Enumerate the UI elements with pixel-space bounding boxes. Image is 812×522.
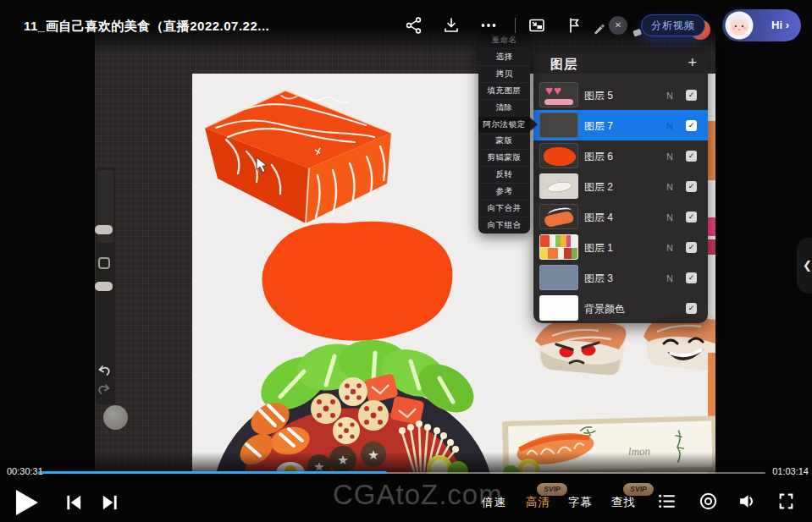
- playlist-icon[interactable]: [657, 492, 677, 514]
- record-icon[interactable]: [699, 492, 718, 514]
- layer-visibility-checkbox[interactable]: ✓: [686, 303, 697, 314]
- blend-mode-button[interactable]: N: [664, 151, 676, 162]
- layer-label: 图层 6: [584, 150, 613, 164]
- blend-mode-button[interactable]: N: [664, 273, 676, 283]
- orange-blob-drawing: [262, 222, 452, 341]
- total-time: 01:03:14: [772, 466, 809, 476]
- previous-icon[interactable]: [64, 492, 84, 516]
- layer-thumbnail[interactable]: [539, 265, 578, 290]
- layer-thumbnail[interactable]: [539, 204, 578, 229]
- blend-mode-button[interactable]: N: [664, 243, 676, 253]
- menu-item-merge-down[interactable]: 向下合并: [478, 200, 530, 217]
- find-button[interactable]: 查找: [611, 495, 636, 510]
- speed-button[interactable]: 倍速: [482, 495, 506, 510]
- play-button[interactable]: [16, 490, 38, 515]
- menu-item-clear[interactable]: 清除: [478, 99, 530, 116]
- blend-mode-button[interactable]: N: [664, 212, 676, 223]
- toolbar-divider: [515, 18, 516, 33]
- layer-visibility-checkbox[interactable]: ✓: [686, 151, 697, 162]
- video-title: 11_画自己喜欢的美食（直播2022.07.22...: [24, 19, 269, 35]
- progress-bar[interactable]: [38, 471, 765, 474]
- layer-visibility-checkbox[interactable]: ✓: [686, 212, 697, 223]
- layer-thumbnail[interactable]: [539, 113, 578, 138]
- layer-row-background[interactable]: 背景颜色 ✓: [533, 293, 708, 323]
- layer-visibility-checkbox[interactable]: ✓: [686, 90, 697, 101]
- modify-button[interactable]: [98, 257, 110, 269]
- blend-mode-button[interactable]: N: [664, 121, 676, 131]
- brush-icon: [593, 22, 606, 39]
- layer-row[interactable]: 图层 6 N ✓: [533, 140, 708, 171]
- svip-badge: SVIP: [623, 483, 654, 496]
- add-layer-button[interactable]: +: [688, 54, 697, 72]
- account-button[interactable]: Hi ›: [722, 9, 801, 41]
- layer-row[interactable]: 图层 2 N ✓: [533, 171, 708, 201]
- more-icon[interactable]: [479, 16, 498, 35]
- layer-label: 图层 3: [584, 272, 613, 286]
- layer-visibility-checkbox[interactable]: ✓: [686, 242, 697, 253]
- layer-thumbnail[interactable]: [539, 295, 578, 321]
- layers-panel: 图层 + 图层 5 N ✓ 图层 7 N ✓ 图层 6 N ✓ 图层 2 N ✓: [533, 48, 708, 323]
- watermark: CGAtoZ.com: [333, 479, 503, 511]
- layer-label: 图层 2: [584, 180, 613, 195]
- current-time: 00:30:31: [7, 466, 43, 476]
- menu-item-invert[interactable]: 反转: [478, 166, 530, 183]
- layer-thumbnail[interactable]: [539, 173, 578, 199]
- layer-label: 图层 5: [584, 89, 613, 103]
- blend-mode-button[interactable]: N: [664, 182, 676, 192]
- layer-label: 背景颜色: [584, 302, 625, 316]
- menu-item-clipping-mask[interactable]: 剪辑蒙版: [478, 149, 530, 166]
- layer-thumbnail[interactable]: [539, 143, 578, 168]
- layer-thumbnail[interactable]: [539, 234, 578, 260]
- layer-visibility-checkbox[interactable]: ✓: [686, 272, 697, 283]
- layers-title: 图层: [550, 57, 577, 73]
- opacity-slider[interactable]: [95, 282, 113, 291]
- blend-mode-button[interactable]: N: [664, 91, 676, 101]
- menu-item-fill-layer[interactable]: 填充图层: [478, 82, 530, 99]
- touch-cursor-dot: [103, 405, 128, 430]
- video-player: ★★★: [0, 0, 812, 522]
- share-icon[interactable]: [405, 16, 423, 35]
- menu-callout-arrow: [530, 118, 538, 131]
- brush-size-slider[interactable]: [95, 225, 113, 234]
- flag-icon[interactable]: [565, 16, 583, 35]
- download-icon[interactable]: [442, 16, 461, 35]
- layer-row-selected[interactable]: 图层 7 N ✓: [533, 110, 708, 140]
- layer-row[interactable]: 图层 4 N ✓: [533, 201, 708, 232]
- layer-context-menu: 重命名 选择 拷贝 填充图层 清除 阿尔法锁定 蒙版 剪辑蒙版 反转 参考 向下…: [478, 32, 530, 234]
- menu-item-combine-down[interactable]: 向下组合: [478, 217, 530, 234]
- menu-item-reference[interactable]: 参考: [478, 183, 530, 200]
- svip-badge: SVIP: [537, 483, 567, 496]
- undo-icon[interactable]: [97, 365, 111, 376]
- fullscreen-icon[interactable]: [776, 492, 796, 514]
- layer-thumbnail[interactable]: [539, 82, 578, 107]
- layer-row[interactable]: 图层 3 N ✓: [533, 262, 708, 293]
- bottom-gradient-overlay: [0, 452, 812, 479]
- progress-played: [38, 471, 387, 474]
- layer-row[interactable]: 图层 1 N ✓: [533, 232, 708, 262]
- close-icon[interactable]: ✕: [609, 16, 627, 35]
- menu-item-copy[interactable]: 拷贝: [478, 65, 530, 82]
- menu-item-alpha-lock[interactable]: 阿尔法锁定: [478, 116, 530, 133]
- layer-label: 图层 4: [584, 211, 613, 225]
- chevron-left-icon[interactable]: ❮: [797, 238, 812, 294]
- layer-row[interactable]: 图层 5 N ✓: [533, 80, 708, 110]
- quality-button[interactable]: 高清: [526, 495, 550, 510]
- layer-visibility-checkbox[interactable]: ✓: [686, 181, 697, 192]
- layer-label: 图层 1: [584, 241, 613, 256]
- layer-label: 图层 7: [584, 119, 613, 134]
- pip-icon[interactable]: [528, 16, 546, 35]
- redo-icon[interactable]: [97, 383, 111, 395]
- layer-visibility-checkbox[interactable]: ✓: [686, 120, 697, 131]
- avatar: [725, 11, 754, 40]
- analyze-video-button[interactable]: 分析视频: [641, 14, 705, 36]
- menu-item-mask[interactable]: 蒙版: [478, 133, 530, 150]
- next-icon[interactable]: [100, 492, 120, 516]
- greeting-label: Hi ›: [771, 19, 789, 31]
- volume-icon[interactable]: [737, 492, 757, 514]
- subtitle-button[interactable]: 字幕: [568, 495, 593, 510]
